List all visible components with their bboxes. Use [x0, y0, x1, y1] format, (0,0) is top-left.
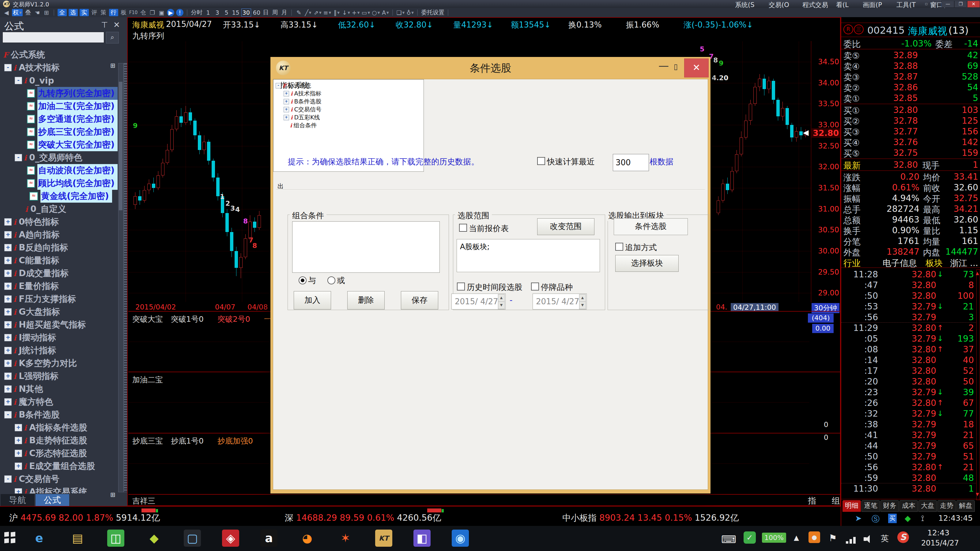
tree-expand-icon[interactable]: +	[283, 115, 289, 120]
period-fenshi-button[interactable]: 分时	[191, 9, 202, 16]
scroll-down-icon[interactable]: ▼	[976, 492, 979, 497]
play-icon[interactable]: ▶	[167, 9, 174, 16]
tree-expand-icon[interactable]: +	[4, 347, 12, 354]
tree-expand-icon[interactable]: +	[4, 398, 12, 406]
spin-up-icon[interactable]: ▲	[579, 294, 586, 302]
sidebar-item[interactable]: +i0特色指标	[0, 216, 118, 229]
lenovo-icon[interactable]: ▢	[184, 530, 201, 547]
sidebar-item[interactable]: -iB条件选股	[0, 408, 118, 421]
tree-expand-icon[interactable]: -	[15, 77, 22, 84]
amazon-icon[interactable]: a	[260, 530, 277, 547]
mdi-close-icon[interactable]: ✕	[934, 1, 937, 6]
board-button[interactable]: 板	[120, 9, 127, 16]
bars-count-input[interactable]: 300	[613, 154, 649, 171]
sidebar-item[interactable]: ≈九转序列(完全加密)	[0, 87, 118, 100]
tree-expand-icon[interactable]: +	[15, 488, 22, 494]
maximize-button[interactable]: ❐	[954, 1, 967, 8]
sidebar-item[interactable]: +iA趋向指标	[0, 229, 118, 241]
tree-expand-icon[interactable]: +	[15, 424, 22, 431]
close-button[interactable]: ✕	[967, 1, 980, 8]
add-button[interactable]: 加入	[294, 291, 331, 310]
rights-button[interactable]: 权▼	[12, 9, 23, 16]
sidebar-item[interactable]: +i魔方特色	[0, 395, 118, 408]
date-to-spinner[interactable]: 2015/ 4/27 ▲ ▼	[533, 294, 587, 310]
sidebar-item[interactable]: -iC交易信号	[0, 473, 118, 486]
period-day-button[interactable]: 日	[262, 9, 269, 16]
period-60-button[interactable]: 60	[253, 9, 260, 16]
date-from-spinner[interactable]: 2015/ 4/27 ▲ ▼	[452, 294, 506, 310]
kt-trader-icon[interactable]: KT	[375, 530, 392, 547]
draw-circle-icon[interactable]: ○▼	[372, 9, 380, 16]
sidebar-item[interactable]: +iC形态特征选股	[0, 447, 118, 460]
orange-tray-icon[interactable]: ●	[808, 531, 820, 543]
red-app-icon[interactable]: ◈	[222, 530, 239, 547]
sidebar-item[interactable]: +iK多空势力对比	[0, 357, 118, 370]
sidebar-item[interactable]: +iA指标交易系统	[0, 486, 118, 494]
sidebar-item[interactable]: +iB走势特征选股	[0, 434, 118, 447]
search-icon[interactable]: ⌕	[106, 32, 119, 43]
quote-tab-财务[interactable]: 财务	[880, 500, 899, 512]
web-icon[interactable]: ♁▼	[406, 9, 414, 16]
keyboard-icon[interactable]: ⌨	[721, 533, 736, 546]
dialog-minimize-icon[interactable]: —	[659, 59, 669, 71]
change-range-button[interactable]: 改变范围	[537, 218, 595, 235]
tree-expand-icon[interactable]: +	[283, 99, 289, 105]
position-button[interactable]: 仓	[139, 9, 147, 16]
draw-line-icon[interactable]: ╱▼	[304, 9, 312, 16]
splitter-grip-icon[interactable]: ⊞	[110, 491, 115, 499]
period-5-button[interactable]: 5	[223, 9, 230, 16]
quote-tab-大盘[interactable]: 大盘	[918, 500, 937, 512]
tree-expand-icon[interactable]: +	[4, 308, 12, 316]
blue-app-icon[interactable]: ◉	[452, 530, 469, 547]
flame-app-icon[interactable]: ✶	[337, 530, 354, 547]
tree-expand-icon[interactable]: +	[4, 244, 12, 251]
tree-expand-icon[interactable]: +	[15, 450, 22, 457]
sidebar-item[interactable]: -i0_vip	[0, 74, 118, 87]
diamond-app-icon[interactable]: ◆	[145, 530, 162, 547]
or-radio[interactable]	[328, 276, 335, 284]
sidebar-item[interactable]: +iE量价指标	[0, 280, 118, 293]
shield-icon[interactable]: ✓	[744, 531, 756, 544]
draw-trend-icon[interactable]: ⇗▼	[313, 9, 321, 16]
quote-tab-逐笔[interactable]: 逐笔	[861, 500, 880, 512]
industry-button[interactable]: 行	[109, 9, 118, 16]
tree-expand-icon[interactable]: +	[4, 283, 12, 290]
sidebar-item[interactable]: +iA指标条件选股	[0, 421, 118, 434]
period-1-button[interactable]: 1	[204, 9, 212, 16]
sidebar-item[interactable]: ≈多空通道(完全加密)	[0, 113, 118, 125]
firefox-icon[interactable]: ◕	[299, 530, 316, 547]
x-axis-current[interactable]: 04/27,11:00	[731, 303, 778, 311]
ime-indicator[interactable]: 英	[881, 533, 889, 544]
period-month-button[interactable]: 月	[280, 9, 288, 16]
minimize-button[interactable]: —	[942, 1, 954, 8]
quote-tab-解盘[interactable]: 解盘	[956, 500, 975, 512]
tree-expand-icon[interactable]: -	[4, 475, 12, 483]
sidebar-item[interactable]: +iF压力支撑指标	[0, 293, 118, 305]
sidebar-item[interactable]: i0_自定义	[0, 203, 118, 216]
draw-rect-icon[interactable]: ▭▼	[361, 9, 370, 16]
network-bars-icon[interactable]	[846, 536, 857, 544]
draw-vlines-icon[interactable]: ‖▼	[333, 9, 340, 16]
dialog-tree-item[interactable]: -F公式系统	[275, 82, 311, 90]
tree-expand-icon[interactable]: -	[4, 411, 12, 418]
quote-all-button[interactable]: 全	[57, 9, 67, 16]
ie-icon[interactable]: e	[30, 530, 48, 547]
sidebar-item[interactable]: ≈突破大宝(完全加密)	[0, 138, 118, 151]
realtime-button[interactable]: 实	[80, 9, 89, 16]
halted-checkbox[interactable]	[531, 283, 539, 291]
board-scope-box[interactable]: A股板块;	[457, 239, 600, 272]
sidebar-tab-公式[interactable]: 公式	[35, 494, 69, 506]
sidebar-item[interactable]: +iH超买超卖气指标	[0, 318, 118, 331]
sidebar-item[interactable]: +iN其他	[0, 383, 118, 395]
tree-expand-icon[interactable]: +	[4, 218, 12, 225]
append-mode-checkbox[interactable]	[615, 243, 623, 251]
corner-tab-indicator[interactable]: 指	[808, 495, 816, 506]
tick-scrollbar[interactable]	[976, 269, 980, 500]
sidebar-item[interactable]: ≈加油二宝(完全加密)	[0, 100, 118, 113]
output-board-field[interactable]: 条件选股	[614, 218, 688, 235]
antenna-icon[interactable]: ⟟	[921, 514, 924, 523]
corner-tab-group[interactable]: 组	[832, 495, 840, 506]
alert-icon[interactable]: !	[176, 9, 183, 16]
tree-expand-icon[interactable]: +	[4, 231, 12, 238]
tree-expand-icon[interactable]: +	[283, 107, 289, 112]
